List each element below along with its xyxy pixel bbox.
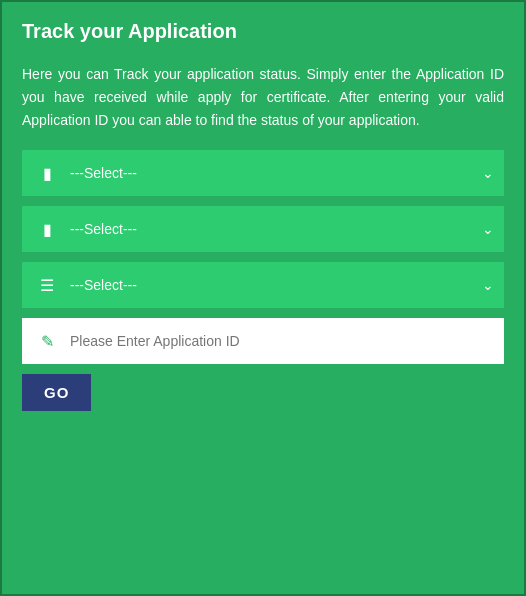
pencil-icon: ✎: [32, 332, 62, 351]
application-id-row: ✎: [22, 318, 504, 364]
select3-label: ---Select---: [62, 277, 482, 293]
select-dropdown-1[interactable]: ▮ ---Select--- ⌄: [22, 150, 504, 196]
card-title: Track your Application: [22, 20, 504, 49]
chevron-down-icon-2: ⌄: [482, 221, 494, 237]
select2-label: ---Select---: [62, 221, 482, 237]
form-section: ▮ ---Select--- ⌄ ▮ ---Select--- ⌄ ☰ ---S…: [22, 150, 504, 411]
select2-icon: ▮: [32, 220, 62, 239]
chevron-down-icon-3: ⌄: [482, 277, 494, 293]
application-id-input[interactable]: [62, 333, 494, 349]
select1-label: ---Select---: [62, 165, 482, 181]
card-description: Here you can Track your application stat…: [22, 63, 504, 132]
track-application-card: Track your Application Here you can Trac…: [0, 0, 526, 596]
chevron-down-icon-1: ⌄: [482, 165, 494, 181]
select-dropdown-3[interactable]: ☰ ---Select--- ⌄: [22, 262, 504, 308]
select3-icon: ☰: [32, 276, 62, 295]
select1-icon: ▮: [32, 164, 62, 183]
go-button[interactable]: GO: [22, 374, 91, 411]
select-dropdown-2[interactable]: ▮ ---Select--- ⌄: [22, 206, 504, 252]
